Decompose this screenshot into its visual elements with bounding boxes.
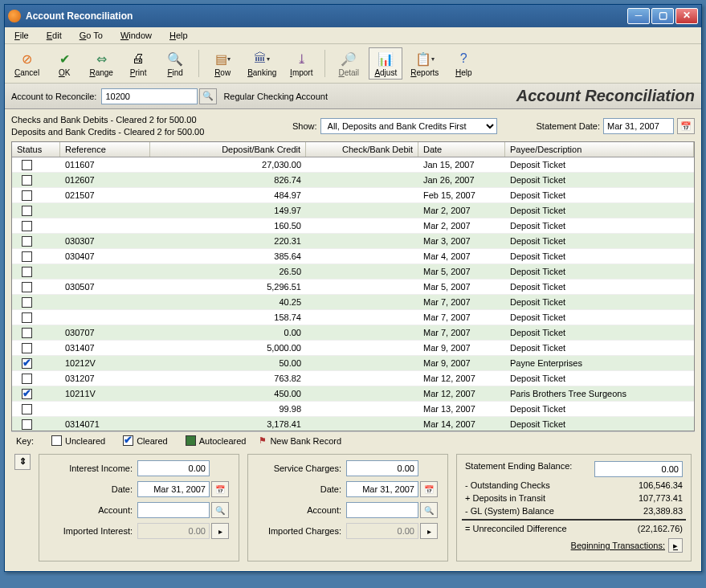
cell-deposit: 50.00	[150, 357, 306, 369]
col-date[interactable]: Date	[418, 142, 505, 157]
imported-interest-label: Imported Interest:	[44, 526, 137, 536]
interest-income-input[interactable]	[137, 460, 210, 476]
cell-reference	[60, 301, 150, 303]
beginning-transactions-link[interactable]: Beginning Transactions:	[571, 541, 665, 550]
row-button[interactable]: ▤Row	[206, 48, 239, 79]
menu-goto[interactable]: Go To	[76, 29, 106, 42]
menu-file[interactable]: File	[11, 29, 32, 42]
close-button[interactable]: ✕	[675, 8, 698, 24]
table-row[interactable]: 030307220.31Mar 3, 2007Deposit Ticket	[12, 234, 694, 249]
status-checkbox[interactable]	[22, 221, 32, 231]
account-bar: Account to Reconcile: 🔍 Regular Checking…	[5, 84, 701, 109]
table-row[interactable]: 01160727,030.00Jan 15, 2007Deposit Ticke…	[12, 157, 694, 173]
range-button[interactable]: ⇔Range	[84, 48, 118, 79]
status-checkbox[interactable]	[22, 419, 32, 430]
table-row[interactable]: 149.97Mar 2, 2007Deposit Ticket	[12, 203, 694, 218]
table-row[interactable]: 021507484.97Feb 15, 2007Deposit Ticket	[12, 188, 694, 203]
ok-button[interactable]: ✔OK	[47, 48, 81, 79]
print-button[interactable]: 🖨Print	[121, 48, 155, 79]
detail-button[interactable]: 🔎Detail	[332, 48, 365, 79]
status-checkbox[interactable]	[22, 175, 32, 186]
cell-deposit: 3,178.41	[150, 419, 306, 430]
table-row[interactable]: 031207763.82Mar 12, 2007Deposit Ticket	[12, 371, 694, 386]
statement-date-label: Statement Date:	[537, 121, 601, 131]
range-icon: ⇔	[92, 50, 110, 67]
key-legend: Key: Uncleared Cleared Autocleared ⚑New …	[11, 431, 695, 449]
menu-window[interactable]: Window	[117, 29, 155, 42]
import-button[interactable]: ⤓Import	[284, 48, 318, 79]
print-icon: 🖨	[129, 50, 147, 67]
table-row[interactable]: 160.50Mar 2, 2007Deposit Ticket	[12, 218, 694, 234]
help-button[interactable]: ?Help	[447, 48, 480, 79]
table-row[interactable]: 99.98Mar 13, 2007Deposit Ticket	[12, 402, 694, 417]
status-checkbox[interactable]	[22, 160, 32, 170]
show-select[interactable]: All, Deposits and Bank Credits First	[320, 118, 497, 134]
table-row[interactable]: 40.25Mar 7, 2007Deposit Ticket	[12, 295, 694, 310]
cell-check	[306, 225, 418, 227]
statement-date-calendar-button[interactable]: 📅	[677, 118, 695, 134]
cell-payee: Payne Enterprises	[505, 357, 694, 369]
interest-date-cal-button[interactable]: 📅	[211, 481, 229, 497]
charges-account-lookup-button[interactable]: 🔍	[420, 502, 438, 518]
table-row[interactable]: 0305075,296.51Mar 5, 2007Deposit Ticket	[12, 280, 694, 295]
status-checkbox[interactable]	[22, 236, 32, 247]
account-label: Account to Reconcile:	[11, 92, 96, 101]
menu-help[interactable]: Help	[166, 29, 191, 42]
col-reference[interactable]: Reference	[60, 142, 150, 157]
interest-account-input[interactable]	[137, 502, 210, 518]
col-check[interactable]: Check/Bank Debit	[306, 142, 418, 157]
status-checkbox[interactable]	[22, 282, 32, 292]
col-status[interactable]: Status	[12, 142, 60, 157]
cell-payee: Deposit Ticket	[505, 235, 694, 247]
stmt-ending-input[interactable]	[594, 461, 683, 477]
status-checkbox[interactable]	[22, 267, 32, 277]
table-row[interactable]: 158.74Mar 7, 2007Deposit Ticket	[12, 310, 694, 325]
table-row[interactable]: 03140713,178.41Mar 14, 2007Deposit Ticke…	[12, 417, 694, 431]
status-checkbox[interactable]	[22, 358, 32, 369]
titlebar[interactable]: Account Reconciliation ─ ▢ ✕	[5, 5, 701, 27]
cancel-button[interactable]: ⊘Cancel	[10, 48, 44, 79]
table-row[interactable]: 0307070.00Mar 7, 2007Deposit Ticket	[12, 325, 694, 341]
menu-edit[interactable]: Edit	[43, 29, 65, 42]
charges-date-cal-button[interactable]: 📅	[420, 481, 438, 497]
reports-button[interactable]: 📋Reports	[406, 48, 443, 79]
table-row[interactable]: 10212V50.00Mar 9, 2007Payne Enterprises	[12, 356, 694, 371]
status-checkbox[interactable]	[22, 374, 32, 384]
beginning-transactions-button[interactable]: ▸	[668, 538, 683, 553]
table-row[interactable]: 10211V450.00Mar 12, 2007Paris Brothers T…	[12, 386, 694, 402]
imported-charges-arrow-button[interactable]: ▸	[420, 523, 438, 539]
charges-account-input[interactable]	[346, 502, 418, 518]
check-icon: ✔	[55, 50, 73, 67]
table-row[interactable]: 0314075,000.00Mar 9, 2007Deposit Ticket	[12, 341, 694, 356]
imported-interest-arrow-button[interactable]: ▸	[211, 523, 229, 539]
collapse-button[interactable]: ⇕	[14, 454, 31, 470]
status-checkbox[interactable]	[22, 190, 32, 201]
col-payee[interactable]: Payee/Description	[505, 142, 694, 157]
table-row[interactable]: 26.50Mar 5, 2007Deposit Ticket	[12, 264, 694, 280]
status-checkbox[interactable]	[22, 206, 32, 216]
status-checkbox[interactable]	[22, 328, 32, 338]
maximize-button[interactable]: ▢	[651, 8, 674, 24]
account-lookup-button[interactable]: 🔍	[199, 88, 217, 104]
status-checkbox[interactable]	[22, 312, 32, 323]
app-window: Account Reconciliation ─ ▢ ✕ File Edit G…	[4, 4, 702, 572]
find-button[interactable]: 🔍Find	[158, 48, 192, 79]
grid-body[interactable]: 01160727,030.00Jan 15, 2007Deposit Ticke…	[12, 157, 694, 431]
minimize-button[interactable]: ─	[627, 8, 650, 24]
col-deposit[interactable]: Deposit/Bank Credit	[150, 142, 306, 157]
status-checkbox[interactable]	[22, 251, 32, 262]
service-charges-input[interactable]	[346, 460, 418, 476]
interest-date-input[interactable]	[137, 481, 210, 497]
interest-account-lookup-button[interactable]: 🔍	[211, 502, 229, 518]
account-input[interactable]	[101, 88, 198, 104]
banking-button[interactable]: 🏛Banking	[243, 48, 281, 79]
adjust-button[interactable]: 📊Adjust	[369, 47, 402, 80]
status-checkbox[interactable]	[22, 404, 32, 414]
table-row[interactable]: 012607826.74Jan 26, 2007Deposit Ticket	[12, 173, 694, 188]
status-checkbox[interactable]	[22, 297, 32, 308]
charges-date-input[interactable]	[346, 481, 418, 497]
statement-date-input[interactable]	[603, 118, 674, 134]
status-checkbox[interactable]	[22, 389, 32, 399]
status-checkbox[interactable]	[22, 343, 32, 353]
table-row[interactable]: 030407385.64Mar 4, 2007Deposit Ticket	[12, 249, 694, 264]
